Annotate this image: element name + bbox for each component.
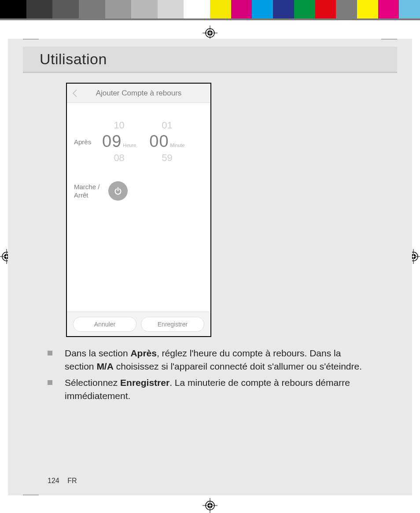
minute-prev: 01 xyxy=(162,119,172,132)
hour-unit: Heure xyxy=(123,143,136,148)
manual-page: Utilisation Ajouter Compte à rebours Apr… xyxy=(8,39,412,495)
phone-nav-bar: Ajouter Compte à rebours xyxy=(67,84,210,103)
hour-wheel[interactable]: 10 09 Heure 08 xyxy=(102,119,136,165)
row-onoff: Marche / Arrêt xyxy=(67,172,210,201)
time-picker[interactable]: 10 09 Heure 08 01 00 Minute xyxy=(102,119,203,165)
after-label: Après xyxy=(74,138,102,146)
phone-footer: Annuler Enregistrer xyxy=(67,311,210,336)
save-button[interactable]: Enregistrer xyxy=(141,317,204,332)
page-lang: FR xyxy=(67,477,77,484)
p1-d: M/A xyxy=(96,361,114,371)
power-toggle-button[interactable] xyxy=(108,181,128,201)
svg-rect-31 xyxy=(118,187,118,191)
minute-wheel[interactable]: 01 00 Minute 59 xyxy=(149,119,184,165)
bullet-icon xyxy=(48,380,52,385)
hour-next: 08 xyxy=(114,151,124,165)
minute-next: 59 xyxy=(162,151,172,165)
p1-b: Après xyxy=(130,348,157,358)
phone-screenshot: Ajouter Compte à rebours Après 10 09 Heu… xyxy=(66,83,211,337)
cancel-button[interactable]: Annuler xyxy=(73,317,136,332)
p2-b: Enregistrer xyxy=(120,377,169,388)
minute-selected: 00 xyxy=(149,132,169,151)
page-number: 124 xyxy=(48,477,59,484)
bullet-1: Dans la section Après, réglez l'heure du… xyxy=(48,347,372,374)
back-icon[interactable] xyxy=(67,84,83,103)
section-title: Utilisation xyxy=(40,51,107,68)
page-footer: 124 FR xyxy=(48,477,77,485)
section-header: Utilisation xyxy=(23,47,397,73)
power-icon xyxy=(113,186,123,196)
p1-a: Dans la section xyxy=(65,348,130,358)
hour-prev: 10 xyxy=(114,119,124,132)
bullet-icon xyxy=(48,351,52,355)
p1-e: choisissez si l'appareil connecté doit s… xyxy=(114,361,362,371)
minute-unit: Minute xyxy=(170,143,185,148)
registration-mark-icon xyxy=(203,26,217,40)
hour-selected: 09 xyxy=(102,132,122,151)
row-after: Après 10 09 Heure 08 01 xyxy=(67,111,210,172)
bullet-2: Sélectionnez Enregistrer. La minuterie d… xyxy=(48,376,372,403)
p2-a: Sélectionnez xyxy=(65,377,120,388)
phone-screen-title: Ajouter Compte à rebours xyxy=(83,89,210,98)
registration-mark-icon xyxy=(203,498,217,513)
onoff-label: Marche / Arrêt xyxy=(74,183,102,200)
instruction-text: Dans la section Après, réglez l'heure du… xyxy=(48,347,372,406)
calibration-bar xyxy=(0,0,420,19)
